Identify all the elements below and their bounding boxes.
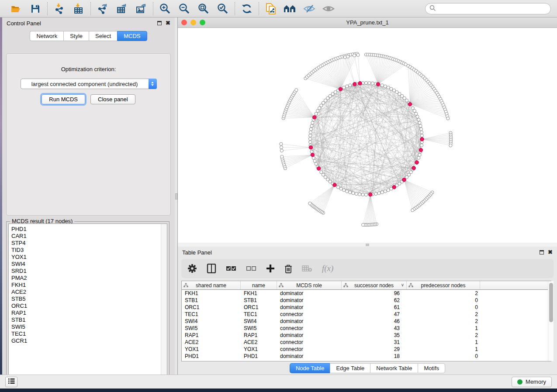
column-header-shared-name[interactable]: shared name: [182, 281, 241, 289]
cell-successor-nodes: 62: [342, 297, 407, 303]
result-list-item[interactable]: YOX1: [11, 254, 161, 261]
zoom-selected-icon: [217, 3, 228, 14]
tab-mcds[interactable]: MCDS: [117, 31, 147, 41]
table-scrollbar-thumb[interactable]: [549, 283, 553, 322]
zoom-out-button[interactable]: [176, 2, 193, 16]
first-neighbors-button[interactable]: [282, 2, 298, 16]
import-table-button[interactable]: [70, 2, 87, 16]
table-row[interactable]: TEC1TEC1connector472: [182, 311, 551, 318]
result-list-item[interactable]: STB5: [11, 296, 161, 303]
result-list-item[interactable]: TID3: [11, 247, 161, 254]
function-builder-icon[interactable]: f(x): [322, 264, 333, 273]
table-row[interactable]: STB1STB1dominator620: [182, 297, 551, 304]
table-row[interactable]: SWI5SWI5connector431: [182, 325, 551, 332]
zoom-selected-button[interactable]: [214, 2, 231, 16]
network-graph[interactable]: [178, 28, 557, 242]
cell-successor-nodes: 46: [342, 318, 407, 324]
hide-selected-button[interactable]: [301, 2, 318, 16]
window-minimize-button[interactable]: [190, 20, 196, 25]
float-panel-icon[interactable]: [157, 21, 162, 25]
network-file-button[interactable]: [263, 2, 279, 16]
cell-MCDS-role: connector: [277, 346, 342, 352]
result-list-scrollbar[interactable]: [161, 224, 167, 381]
export-table-icon: [116, 3, 128, 14]
result-list-item[interactable]: STP4: [11, 240, 161, 247]
result-list-item[interactable]: ACE2: [11, 289, 161, 296]
result-list-item[interactable]: CAR1: [11, 233, 161, 240]
result-list-item[interactable]: PHD1: [11, 226, 161, 233]
window-maximize-button[interactable]: [200, 20, 205, 25]
tab-network[interactable]: Network: [30, 31, 63, 41]
float-table-panel-icon[interactable]: [540, 250, 544, 254]
column-header-name[interactable]: name: [241, 281, 277, 289]
result-list-item[interactable]: SWI5: [11, 323, 161, 330]
zoom-in-button[interactable]: [157, 2, 173, 16]
column-selector-icon[interactable]: [207, 264, 216, 273]
table-row[interactable]: SWI4SWI4dominator462: [182, 318, 551, 325]
horizontal-split-grip[interactable]: [366, 244, 369, 246]
cell-name: PHD1: [241, 353, 277, 359]
search-box[interactable]: [425, 3, 551, 14]
table-row[interactable]: FKH1FKH1dominator962: [182, 290, 551, 297]
close-panel-button[interactable]: Close panel: [90, 94, 135, 104]
result-list-item[interactable]: PMA2: [11, 275, 161, 282]
network-titlebar[interactable]: YPA_prune.txt_1: [178, 17, 557, 28]
search-input[interactable]: [438, 5, 547, 12]
import-network-button[interactable]: [51, 2, 68, 16]
close-panel-icon[interactable]: ✖: [166, 21, 170, 25]
horizontal-split-divider[interactable]: [178, 243, 557, 247]
deselect-all-icon[interactable]: [246, 265, 256, 272]
run-mcds-button[interactable]: Run MCDS: [42, 94, 85, 104]
optimization-criterion-label: Optimization criterion:: [7, 66, 170, 72]
tab-motifs[interactable]: Motifs: [418, 363, 445, 373]
table-scrollbar[interactable]: [548, 281, 554, 361]
tab-network-table[interactable]: Network Table: [370, 363, 418, 373]
result-list-item[interactable]: SWI4: [11, 261, 161, 268]
result-list-item[interactable]: TEC1: [11, 330, 161, 337]
criterion-select[interactable]: largest connected component (undirected): [21, 79, 157, 89]
export-network-button[interactable]: [94, 2, 111, 16]
vertical-split-grip[interactable]: [175, 193, 177, 199]
column-header-predecessor-nodes[interactable]: predecessor nodes: [407, 281, 480, 289]
open-file-button[interactable]: [8, 2, 24, 16]
table-row[interactable]: ACE2ACE2connector311: [182, 339, 551, 346]
window-close-button[interactable]: [181, 20, 187, 25]
save-session-button[interactable]: [27, 2, 44, 16]
column-label: MCDS role: [296, 282, 322, 289]
table-row[interactable]: RAP1RAP1dominator352: [182, 332, 551, 339]
show-all-button[interactable]: [320, 2, 337, 16]
result-list-item[interactable]: FKH1: [11, 282, 161, 289]
result-list-item[interactable]: ORC1: [11, 303, 161, 309]
result-list-item[interactable]: GCR1: [11, 337, 161, 344]
column-header-MCDS-role[interactable]: MCDS role: [277, 281, 342, 289]
tab-style[interactable]: Style: [63, 31, 89, 41]
tab-node-table[interactable]: Node Table: [290, 363, 330, 373]
cell-successor-nodes: 47: [342, 311, 407, 317]
export-table-button[interactable]: [114, 2, 130, 16]
task-history-button[interactable]: [5, 377, 17, 387]
network-canvas[interactable]: [178, 28, 557, 242]
column-header-successor-nodes[interactable]: successor nodes∨: [342, 281, 407, 289]
select-all-icon[interactable]: [226, 265, 236, 272]
memory-button[interactable]: Memory: [512, 377, 552, 387]
table-row[interactable]: ORC1ORC1dominator610: [182, 304, 551, 311]
table-row[interactable]: YOX1YOX1connector291: [182, 346, 551, 353]
close-table-panel-icon[interactable]: ✖: [548, 250, 553, 254]
export-image-button[interactable]: [133, 2, 149, 16]
zoom-fit-button[interactable]: [195, 2, 212, 16]
delete-column-trash-icon[interactable]: [284, 264, 292, 273]
tab-select[interactable]: Select: [89, 31, 117, 41]
column-label: shared name: [196, 282, 226, 289]
tab-edge-table[interactable]: Edge Table: [330, 363, 370, 373]
table-row[interactable]: PHD1PHD1dominator180: [182, 353, 551, 360]
mcds-result-list[interactable]: PHD1CAR1STP4TID3YOX1SWI4SRD1PMA2FKH1ACE2…: [8, 224, 167, 381]
add-column-icon[interactable]: [266, 264, 275, 273]
result-list-item[interactable]: SRD1: [11, 268, 161, 275]
delete-table-icon[interactable]: [302, 265, 312, 272]
vertical-split-divider[interactable]: [175, 17, 178, 375]
result-list-item[interactable]: STB1: [11, 316, 161, 323]
result-list-item[interactable]: RAP1: [11, 309, 161, 316]
table-settings-gear-icon[interactable]: [187, 264, 197, 273]
refresh-layout-button[interactable]: [239, 2, 255, 16]
sort-chevron-icon[interactable]: ∨: [401, 282, 404, 287]
